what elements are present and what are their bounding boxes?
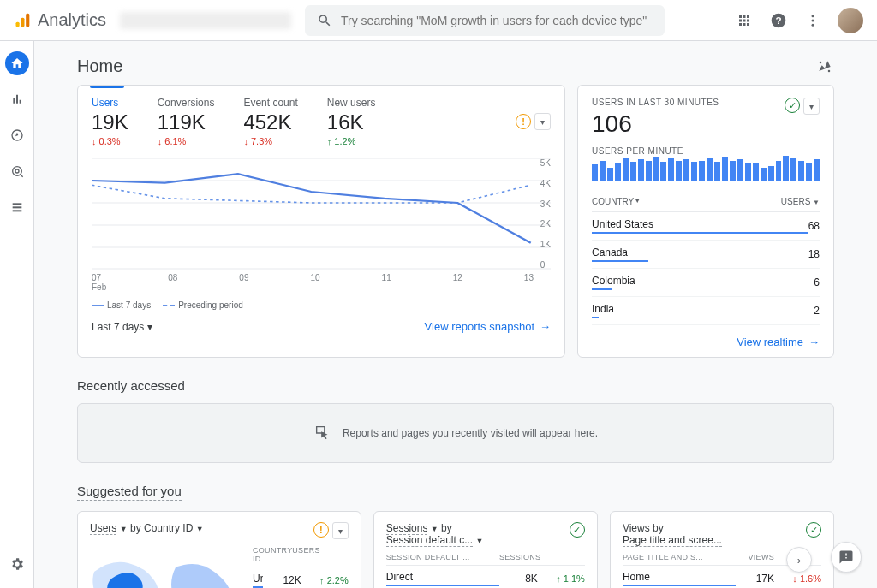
avatar[interactable] [838, 8, 863, 33]
ok-badge-icon: ✓ [806, 522, 821, 538]
metric-users[interactable]: Users19K↓ 0.3% [92, 97, 128, 146]
search-bar[interactable] [305, 5, 665, 36]
range-selector[interactable]: Last 7 days ▾ [92, 321, 152, 333]
nav-advertising[interactable] [5, 159, 29, 183]
overview-chart: 5K4K3K2K1K0 [92, 158, 551, 270]
next-button[interactable]: › [786, 547, 812, 573]
rt-value: 106 [592, 110, 719, 138]
recent-empty: Reports and pages you recently visited w… [77, 403, 834, 463]
svg-rect-11 [12, 203, 21, 205]
nav-home[interactable] [5, 51, 29, 75]
world-map-icon [90, 546, 244, 588]
sugg-card-country: Users ▼ by Country ID ▼ !▾ COUNTRY IDUSE… [77, 511, 361, 588]
rt-row: India2 [592, 297, 820, 325]
legend-prev: Preceding period [163, 300, 243, 310]
svg-point-6 [812, 19, 814, 21]
realtime-menu[interactable]: ▾ [803, 98, 820, 115]
realtime-card: USERS IN LAST 30 MINUTES 106 ✓ ▾ USERS P… [577, 85, 834, 358]
analytics-logo-icon [14, 12, 31, 29]
nav-reports[interactable] [5, 87, 29, 111]
sugg2-metric[interactable]: Sessions [386, 522, 428, 535]
feedback-button[interactable] [831, 542, 862, 573]
sugg1-metric[interactable]: Users [90, 522, 116, 535]
realtime-sparkline [592, 156, 820, 181]
rt-row: United States68 [592, 212, 820, 241]
metric-event-count[interactable]: Event count452K↓ 7.3% [243, 97, 297, 146]
page-title: Home [77, 56, 122, 76]
brand[interactable]: Analytics [14, 10, 106, 30]
property-selector[interactable] [120, 12, 291, 29]
suggested-title: Suggested for you [77, 484, 182, 501]
view-realtime-link[interactable]: View realtime → [737, 336, 820, 348]
svg-point-7 [812, 23, 814, 26]
metric-new-users[interactable]: New users16K↑ 1.2% [327, 97, 376, 146]
insights-icon[interactable] [815, 57, 834, 76]
view-reports-link[interactable]: View reports snapshot → [425, 320, 551, 333]
svg-point-14 [820, 61, 822, 63]
metric-conversions[interactable]: Conversions119K↓ 6.1% [158, 97, 215, 146]
left-nav [0, 41, 34, 588]
svg-rect-1 [21, 17, 24, 27]
sugg1-menu[interactable]: ▾ [332, 522, 349, 539]
warning-badge-icon: ! [516, 114, 531, 129]
more-icon[interactable] [803, 11, 822, 30]
svg-rect-12 [12, 206, 21, 208]
sugg-card-channel: Sessions ▼ bySession default c... ▼ ✓ SE… [373, 511, 598, 588]
help-icon[interactable]: ? [769, 11, 788, 30]
ok-badge-icon: ✓ [785, 98, 800, 113]
search-icon [317, 13, 332, 28]
table-row: United States12K↑ 2.2% [253, 567, 349, 588]
apps-icon[interactable] [735, 11, 754, 30]
cursor-icon [313, 424, 332, 442]
svg-point-15 [828, 69, 831, 72]
overview-card: Users19K↓ 0.3%Conversions119K↓ 6.1%Event… [77, 85, 565, 358]
nav-explore[interactable] [5, 123, 29, 147]
svg-text:?: ? [775, 15, 781, 26]
svg-point-5 [812, 15, 814, 17]
nav-configure[interactable] [5, 195, 29, 219]
nav-settings[interactable] [5, 552, 29, 576]
legend-current: Last 7 days [92, 300, 151, 310]
rt-row: Canada18 [592, 241, 820, 269]
search-input[interactable] [341, 14, 653, 27]
ok-badge-icon: ✓ [570, 522, 585, 538]
svg-rect-13 [12, 210, 21, 211]
sugg3-dim[interactable]: Page title and scree... [623, 534, 722, 547]
overview-menu[interactable]: ▾ [534, 113, 551, 130]
warning-badge-icon: ! [313, 522, 329, 538]
brand-text: Analytics [38, 10, 106, 30]
rt-row: Colombia6 [592, 269, 820, 297]
svg-point-9 [12, 167, 21, 176]
svg-point-10 [15, 169, 19, 173]
sugg2-dim[interactable]: Session default c... [386, 534, 473, 547]
svg-rect-2 [26, 13, 29, 27]
topbar: Analytics ? [0, 0, 877, 41]
recent-title: Recently accessed [77, 378, 834, 393]
svg-rect-0 [16, 21, 20, 27]
main-content: Home Users19K↓ 0.3%Conversions119K↓ 6.1%… [34, 41, 877, 588]
table-row: Direct8K↑ 1.1% [386, 566, 585, 588]
rt-label: USERS IN LAST 30 MINUTES [592, 98, 719, 107]
